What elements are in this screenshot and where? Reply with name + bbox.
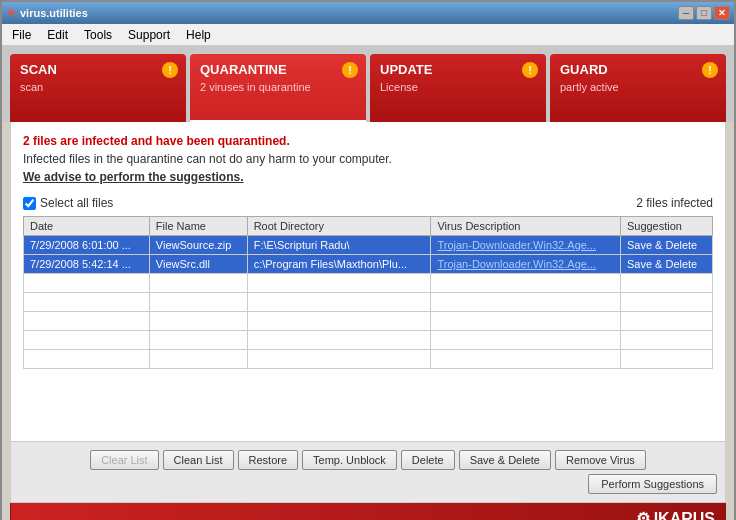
col-suggestion: Suggestion <box>620 217 712 236</box>
close-button[interactable]: ✕ <box>714 6 730 20</box>
col-rootdir: Root Directory <box>247 217 431 236</box>
tab-update-warning: ! <box>522 62 538 78</box>
empty-cell <box>24 350 150 369</box>
empty-cell <box>247 312 431 331</box>
cell-virusdesc[interactable]: Trojan-Downloader.Win32.Age... <box>431 255 620 274</box>
select-all-checkbox[interactable] <box>23 197 36 210</box>
table-empty-row <box>24 331 713 350</box>
info-text: Infected files in the quarantine can not… <box>23 152 713 166</box>
col-virusdesc: Virus Description <box>431 217 620 236</box>
empty-cell <box>620 312 712 331</box>
empty-cell <box>431 274 620 293</box>
empty-cell <box>247 350 431 369</box>
tab-update-subtitle: License <box>380 81 536 93</box>
restore-button[interactable]: Restore <box>238 450 299 470</box>
advise-text: We advise to perform the suggestions. <box>23 170 713 184</box>
maximize-button[interactable]: □ <box>696 6 712 20</box>
tab-scan[interactable]: SCAN scan ! <box>10 54 186 122</box>
title-bar-left: ✦ virus.utilities <box>6 6 88 20</box>
select-all-row: Select all files 2 files infected <box>23 196 713 210</box>
clean-list-button[interactable]: Clean List <box>163 450 234 470</box>
menu-edit[interactable]: Edit <box>39 26 76 44</box>
empty-cell <box>431 293 620 312</box>
menu-help[interactable]: Help <box>178 26 219 44</box>
table-row[interactable]: 7/29/2008 5:42:14 ...ViewSrc.dllc:\Progr… <box>24 255 713 274</box>
cell-filename: ViewSource.zip <box>149 236 247 255</box>
menu-support[interactable]: Support <box>120 26 178 44</box>
virus-link[interactable]: Trojan-Downloader.Win32.Age... <box>437 258 596 270</box>
table-empty-row <box>24 274 713 293</box>
tab-guard-subtitle: partly active <box>560 81 716 93</box>
col-date: Date <box>24 217 150 236</box>
header-tabs: SCAN scan ! QUARANTINE 2 viruses in quar… <box>2 46 734 122</box>
delete-button[interactable]: Delete <box>401 450 455 470</box>
empty-cell <box>431 331 620 350</box>
col-filename: File Name <box>149 217 247 236</box>
table-empty-row <box>24 312 713 331</box>
tab-scan-subtitle: scan <box>20 81 176 93</box>
minimize-button[interactable]: ─ <box>678 6 694 20</box>
empty-cell <box>431 312 620 331</box>
table-empty-row <box>24 350 713 369</box>
tab-quarantine-subtitle: 2 viruses in quarantine <box>200 81 356 93</box>
menu-bar: File Edit Tools Support Help <box>2 24 734 46</box>
alert-text: 2 files are infected and have been quara… <box>23 134 713 148</box>
menu-file[interactable]: File <box>4 26 39 44</box>
title-bar: ✦ virus.utilities ─ □ ✕ <box>2 2 734 24</box>
empty-cell <box>149 274 247 293</box>
empty-cell <box>620 331 712 350</box>
temp-unblock-button[interactable]: Temp. Unblock <box>302 450 397 470</box>
tab-update[interactable]: UPDATE License ! <box>370 54 546 122</box>
cell-suggestion: Save & Delete <box>620 255 712 274</box>
footer: ⚙ IKARUS <box>10 503 726 520</box>
empty-cell <box>24 312 150 331</box>
ikarus-logo-text: IKARUS <box>654 510 715 521</box>
empty-cell <box>620 350 712 369</box>
tab-guard-warning: ! <box>702 62 718 78</box>
empty-cell <box>247 274 431 293</box>
remove-virus-button[interactable]: Remove Virus <box>555 450 646 470</box>
empty-cell <box>149 331 247 350</box>
main-content: 2 files are infected and have been quara… <box>10 122 726 442</box>
empty-cell <box>431 350 620 369</box>
table-row[interactable]: 7/29/2008 6:01:00 ...ViewSource.zipF:\E\… <box>24 236 713 255</box>
empty-cell <box>149 312 247 331</box>
tab-guard[interactable]: GUARD partly active ! <box>550 54 726 122</box>
perform-suggestions-button[interactable]: Perform Suggestions <box>588 474 717 494</box>
empty-cell <box>620 293 712 312</box>
table-empty-row <box>24 293 713 312</box>
empty-cell <box>620 274 712 293</box>
app-icon: ✦ <box>6 6 16 20</box>
clear-list-button[interactable]: Clear List <box>90 450 158 470</box>
select-all-label[interactable]: Select all files <box>23 196 113 210</box>
empty-cell <box>149 350 247 369</box>
tab-quarantine-warning: ! <box>342 62 358 78</box>
cell-filename: ViewSrc.dll <box>149 255 247 274</box>
cell-date: 7/29/2008 6:01:00 ... <box>24 236 150 255</box>
cell-date: 7/29/2008 5:42:14 ... <box>24 255 150 274</box>
empty-cell <box>247 331 431 350</box>
file-table: Date File Name Root Directory Virus Desc… <box>23 216 713 369</box>
empty-cell <box>24 293 150 312</box>
tab-scan-warning: ! <box>162 62 178 78</box>
menu-tools[interactable]: Tools <box>76 26 120 44</box>
tab-scan-title: SCAN <box>20 62 176 77</box>
cell-virusdesc[interactable]: Trojan-Downloader.Win32.Age... <box>431 236 620 255</box>
title-controls[interactable]: ─ □ ✕ <box>678 6 730 20</box>
cell-suggestion: Save & Delete <box>620 236 712 255</box>
save-delete-button[interactable]: Save & Delete <box>459 450 551 470</box>
window-title: virus.utilities <box>20 7 88 19</box>
empty-cell <box>149 293 247 312</box>
tab-quarantine[interactable]: QUARANTINE 2 viruses in quarantine ! <box>190 54 366 122</box>
virus-link[interactable]: Trojan-Downloader.Win32.Age... <box>437 239 596 251</box>
infected-count: 2 files infected <box>636 196 713 210</box>
empty-cell <box>24 274 150 293</box>
table-header-row: Date File Name Root Directory Virus Desc… <box>24 217 713 236</box>
bottom-section: Clear List Clean List Restore Temp. Unbl… <box>10 442 726 503</box>
empty-cell <box>24 331 150 350</box>
tab-quarantine-title: QUARANTINE <box>200 62 356 77</box>
cell-rootdir: F:\E\Scripturi Radu\ <box>247 236 431 255</box>
cell-rootdir: c:\Program Files\Maxthon\Plu... <box>247 255 431 274</box>
button-row-1: Clear List Clean List Restore Temp. Unbl… <box>19 450 717 470</box>
ikarus-logo: ⚙ IKARUS <box>636 509 715 520</box>
